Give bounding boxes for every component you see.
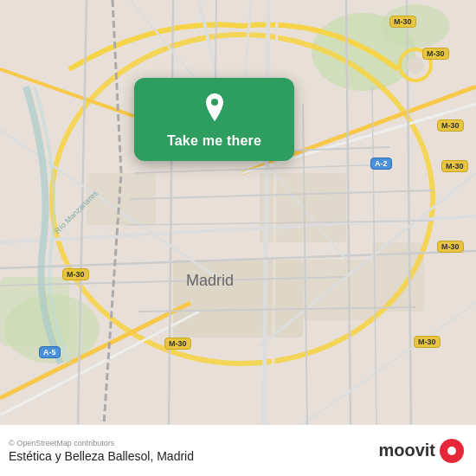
moovit-dot-icon	[440, 439, 464, 463]
moovit-dot-inner	[447, 447, 456, 455]
svg-point-13	[211, 99, 218, 106]
road-badge-m30-8: M-30	[62, 268, 89, 280]
road-badge-m30-3: M-30	[437, 119, 464, 132]
bottom-bar: © OpenStreetMap contributors Estética y …	[0, 424, 476, 476]
svg-rect-8	[303, 260, 372, 320]
road-badge-m30-6: M-30	[414, 336, 441, 348]
road-badge-m30-1: M-30	[389, 16, 416, 28]
popup-label: Take me there	[167, 133, 261, 149]
location-pin-icon	[197, 90, 232, 125]
take-me-there-button[interactable]: Take me there	[134, 78, 294, 161]
moovit-logo: moovit	[378, 439, 464, 463]
city-label: Madrid	[186, 272, 234, 290]
road-badge-a5: A-5	[39, 346, 61, 358]
road-badge-a2: A-2	[370, 158, 392, 170]
moovit-text: moovit	[378, 441, 435, 460]
map-container: M-30 M-30 M-30 M-30 M-30 M-30 M-30 M-30 …	[0, 0, 476, 424]
place-name: Estética y Belleza Ballesol, Madrid	[9, 449, 194, 463]
svg-point-12	[407, 56, 424, 74]
road-badge-m30-2: M-30	[422, 48, 449, 60]
road-badge-m30-5: M-30	[437, 241, 464, 253]
attribution-text: © OpenStreetMap contributors	[9, 439, 194, 447]
road-badge-m30-4: M-30	[441, 160, 468, 172]
road-badge-m30-7: M-30	[164, 338, 191, 350]
bottom-info: © OpenStreetMap contributors Estética y …	[9, 439, 194, 463]
